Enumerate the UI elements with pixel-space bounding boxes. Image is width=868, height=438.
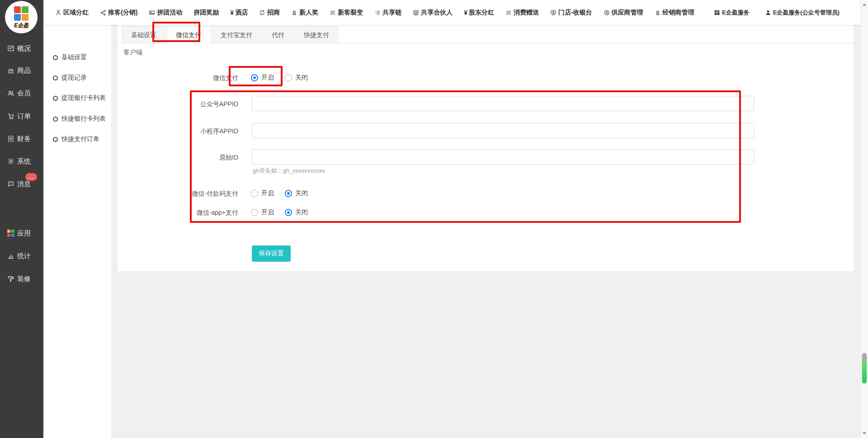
mini-appid-input[interactable] (252, 123, 754, 138)
tab-quick-pay[interactable]: 快捷支付 (295, 26, 338, 43)
gear-icon (7, 158, 14, 165)
sidebar-item-label: 会员 (17, 89, 31, 98)
nav-item-share-partner[interactable]: 共享合伙人 (413, 9, 453, 17)
service-link[interactable]: E企盈服务 (714, 9, 750, 17)
sidebar-item-orders[interactable]: 订单 (0, 111, 43, 122)
circle-icon (53, 96, 58, 101)
yen-icon: ¥ (464, 9, 467, 16)
nav-item-new-customer[interactable]: 新客裂变 (330, 9, 363, 17)
save-settings-button[interactable]: 保存设置 (252, 245, 291, 262)
nav-item-consume-gift[interactable]: 消费赠送 (505, 9, 539, 17)
code-pay-label: 微信-付款码支付 (143, 189, 238, 198)
original-id-input[interactable] (252, 149, 754, 165)
nav-item-dealer[interactable]: 经销商管理 (655, 9, 694, 17)
messages-badge: ... (25, 173, 37, 181)
code-pay-on-option[interactable]: 开启 (251, 189, 274, 198)
wechat-pay-off-option[interactable]: 关闭 (285, 74, 308, 82)
vertical-scrollbar[interactable] (860, 0, 868, 438)
radio-label: 关闭 (295, 189, 308, 198)
sidebar-item-system[interactable]: 系统 (0, 156, 43, 167)
submenu-item-withdraw-bankcards[interactable]: 提现银行卡列表 (43, 93, 111, 104)
circle-icon (53, 55, 58, 60)
nav-label: 股东分红 (469, 9, 494, 17)
nav-item-investment[interactable]: 招商 (259, 9, 280, 17)
scroll-up-arrow-icon[interactable] (863, 3, 866, 6)
tab-proxy-pay[interactable]: 代付 (263, 26, 293, 43)
nav-label: 消费赠送 (514, 9, 539, 17)
sidebar-item-goods[interactable]: 商品 (0, 65, 43, 76)
list-icon (374, 9, 381, 16)
sidebar-item-label: 统计 (17, 252, 31, 260)
sidebar-item-label: 商品 (17, 66, 31, 75)
section-title-client: 客户端 (123, 48, 142, 57)
nav-item-hotel[interactable]: ¥ 酒店 (230, 9, 248, 17)
sidebar-item-label: 订单 (17, 112, 31, 121)
radio-unselected-icon[interactable] (285, 74, 292, 81)
nav-item-group-reward[interactable]: 拼团奖励 (193, 9, 219, 17)
share-icon (100, 9, 106, 16)
scroll-down-arrow-icon[interactable] (863, 432, 866, 435)
radio-selected-icon[interactable] (251, 74, 258, 81)
nav-item-promoter[interactable]: 推客(分销) (100, 9, 137, 17)
account-menu[interactable]: E企盈服务(公众号管理员) (765, 9, 840, 17)
nav-item-supplier[interactable]: 供应商管理 (604, 9, 643, 17)
app-pay-on-option[interactable]: 开启 (251, 208, 274, 217)
sidebar-item-messages[interactable]: 消息 (0, 179, 43, 189)
sidebar-item-stats[interactable]: 统计 (0, 250, 43, 261)
wechat-pay-radio-group: 开启 关闭 (251, 74, 319, 82)
app-logo[interactable]: E企盈 (5, 1, 38, 33)
appid-input[interactable] (252, 96, 754, 111)
submenu-label: 提现记录 (61, 74, 87, 82)
radio-label: 开启 (261, 208, 274, 217)
submenu-label: 快捷银行卡列表 (61, 115, 106, 123)
circle-icon (53, 117, 58, 122)
section-divider (118, 64, 854, 64)
apps-grid-icon (7, 230, 14, 237)
main-sidebar: E企盈 概况 商品 会员 订单 财务 系统 消息 ... 应用 统计 (0, 0, 43, 438)
award-icon (655, 9, 661, 16)
tab-wechat-pay[interactable]: 微信支付 (167, 26, 210, 43)
settings-panel: 基础设置 微信支付 支付宝支付 代付 快捷支付 客户端 微信支付 开启 关闭 公… (118, 25, 854, 271)
submenu-item-withdraw-records[interactable]: 提现记录 (43, 72, 111, 83)
nav-item-shareholder[interactable]: ¥ 股东分红 (464, 9, 494, 17)
original-id-label: 原始ID (143, 153, 238, 161)
tab-alipay[interactable]: 支付宝支付 (212, 26, 261, 43)
sidebar-item-label: 财务 (17, 135, 31, 143)
nav-item-region-dividend[interactable]: 区域分红 (55, 9, 89, 17)
radio-selected-icon[interactable] (285, 190, 292, 197)
app-pay-off-option[interactable]: 关闭 (285, 208, 308, 217)
shopping-bag-icon (7, 67, 14, 74)
sidebar-item-label: 消息 (17, 180, 31, 188)
sidebar-item-apps[interactable]: 应用 (0, 228, 43, 239)
app-pay-label: 微信-app+支付 (143, 208, 238, 217)
sidebar-item-members[interactable]: 会员 (0, 88, 43, 99)
radio-unselected-icon[interactable] (251, 190, 258, 197)
top-nav-bar: 区域分红 推客(分销) 拼团活动 拼团奖励 ¥ 酒店 招商 新人奖 新客裂变 共… (43, 0, 860, 25)
sidebar-item-overview[interactable]: 概况 (0, 43, 43, 54)
nav-label: 推客(分销) (108, 9, 137, 17)
app-pay-radio-group: 开启 关闭 (251, 208, 319, 217)
scrollbar-thumb[interactable] (862, 353, 867, 383)
submenu-item-quick-pay-orders[interactable]: 快捷支付订单 (43, 134, 111, 145)
sidebar-item-decorate[interactable]: 装修 (0, 273, 43, 284)
radio-selected-icon[interactable] (285, 209, 292, 216)
finance-book-icon (7, 135, 14, 142)
code-pay-off-option[interactable]: 关闭 (285, 189, 308, 198)
nav-item-share-chain[interactable]: 共享链 (374, 9, 401, 17)
nav-item-group-activity[interactable]: 拼团活动 (149, 9, 182, 17)
radio-unselected-icon[interactable] (251, 209, 258, 216)
sidebar-item-label: 应用 (17, 229, 31, 238)
mini-appid-label: 小程序APPID (143, 127, 238, 135)
sidebar-item-finance[interactable]: 财务 (0, 133, 43, 144)
wechat-pay-on-option[interactable]: 开启 (251, 74, 274, 82)
nav-item-store-cashier[interactable]: 门店-收银台 (550, 9, 592, 17)
s-badge-icon (604, 9, 610, 16)
circle-icon (53, 137, 58, 142)
submenu-item-quick-bankcards[interactable]: 快捷银行卡列表 (43, 113, 111, 124)
sidebar-item-label: 概况 (17, 44, 31, 53)
nav-label: 门店-收银台 (558, 9, 592, 17)
nav-item-newcomer-award[interactable]: 新人奖 (291, 9, 318, 17)
tab-basic-settings[interactable]: 基础设置 (122, 26, 165, 43)
bar-chart-icon (7, 252, 14, 259)
submenu-item-basic-settings[interactable]: 基础设置 (43, 52, 111, 63)
